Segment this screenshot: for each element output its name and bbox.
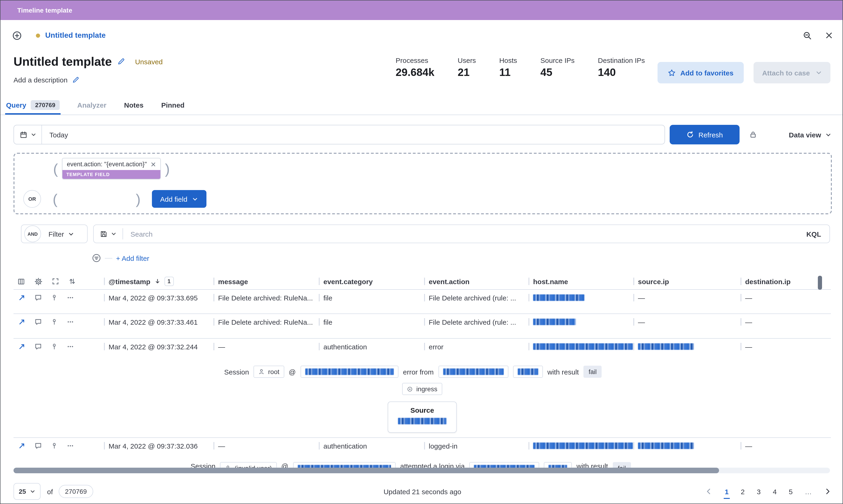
add-to-favorites-button[interactable]: Add to favorites — [657, 62, 744, 84]
page-4[interactable]: 4 — [773, 487, 777, 496]
cell-timestamp[interactable]: Mar 4, 2022 @ 09:37:32.036 — [109, 442, 198, 450]
fullscreen-icon[interactable] — [52, 278, 59, 285]
event-actions-icon[interactable] — [67, 442, 74, 450]
cell-event-category[interactable]: authentication — [323, 442, 367, 450]
add-description-label[interactable]: Add a description — [14, 76, 68, 84]
kpi-value: 29.684k — [396, 66, 434, 79]
saved-query-menu-button[interactable] — [94, 225, 123, 243]
kql-toggle[interactable]: KQL — [806, 230, 829, 238]
cell-timestamp[interactable]: Mar 4, 2022 @ 09:37:33.695 — [109, 294, 198, 302]
close-icon[interactable] — [825, 31, 833, 40]
pin-event-icon[interactable] — [51, 294, 58, 301]
direction-badge[interactable]: ingress — [402, 383, 442, 395]
template-field-pill[interactable]: event.action: "{event.action}" TEMPLATE … — [62, 158, 161, 179]
user-icon — [258, 368, 265, 375]
edit-description-icon[interactable] — [72, 76, 79, 84]
page-size-select[interactable]: 25 — [14, 483, 40, 500]
cell-event-category[interactable]: file — [323, 318, 332, 326]
next-page-icon[interactable] — [824, 488, 831, 495]
add-note-icon[interactable] — [34, 294, 42, 301]
expand-event-icon[interactable] — [18, 318, 25, 326]
date-picker-menu-button[interactable] — [14, 125, 42, 144]
template-field-tag: TEMPLATE FIELD — [63, 170, 160, 179]
cell-message[interactable]: File Delete archived: RuleNa... — [218, 318, 313, 326]
column-header-source-ip[interactable]: source.ip — [633, 277, 740, 286]
pid-badge-redacted[interactable] — [513, 366, 543, 378]
cell-event-action[interactable]: logged-in — [429, 442, 457, 450]
cell-event-action[interactable]: error — [429, 343, 443, 350]
table-header: @timestamp 1 message event.category even… — [14, 276, 831, 290]
user-badge[interactable]: root — [254, 366, 284, 378]
column-header-host-name[interactable]: host.name — [528, 277, 633, 286]
horizontal-scrollbar-thumb[interactable] — [14, 468, 719, 473]
vertical-scrollbar-thumb[interactable] — [818, 276, 822, 290]
refresh-icon — [686, 131, 693, 138]
chevron-down-icon — [815, 69, 822, 76]
source-ip-port-redacted[interactable] — [398, 418, 446, 424]
drag-handle — [633, 278, 634, 285]
inspect-icon[interactable] — [803, 31, 812, 40]
host-badge-redacted[interactable] — [300, 366, 398, 378]
column-header-message[interactable]: message — [213, 277, 319, 286]
add-note-icon[interactable] — [34, 318, 42, 326]
cell-host-name-redacted[interactable] — [533, 319, 576, 325]
cell-event-action[interactable]: File Delete archived (rule: ... — [429, 318, 516, 326]
cell-timestamp[interactable]: Mar 4, 2022 @ 09:37:33.461 — [109, 318, 198, 326]
add-note-icon[interactable] — [34, 442, 42, 450]
user-name: root — [268, 368, 279, 375]
page-5[interactable]: 5 — [789, 487, 793, 496]
cell-host-name-redacted[interactable] — [533, 443, 633, 449]
tab-analyzer[interactable]: Analyzer — [76, 96, 107, 114]
cell-timestamp[interactable]: Mar 4, 2022 @ 09:37:32.244 — [109, 343, 198, 350]
add-note-icon[interactable] — [34, 343, 42, 350]
edit-title-icon[interactable] — [118, 58, 125, 65]
result-badge[interactable]: fail — [583, 366, 602, 378]
drag-handle — [740, 278, 741, 285]
tab-query[interactable]: Query 270769 — [5, 96, 60, 114]
sort-fields-icon[interactable] — [69, 278, 76, 285]
lock-date-range-icon[interactable] — [749, 130, 757, 139]
add-filter-link[interactable]: + Add filter — [116, 254, 150, 262]
cell-event-category[interactable]: file — [323, 294, 332, 302]
tab-pinned[interactable]: Pinned — [160, 96, 186, 114]
column-header-event-action[interactable]: event.action — [424, 277, 528, 286]
page-2[interactable]: 2 — [741, 487, 745, 496]
expand-event-icon[interactable] — [18, 343, 25, 350]
timeline-header: Untitled template Unsaved Add a descript… — [14, 54, 163, 84]
previous-page-icon[interactable] — [705, 488, 713, 495]
new-timeline-icon[interactable] — [12, 31, 22, 40]
add-field-button[interactable]: Add field — [152, 190, 207, 208]
expand-event-icon[interactable] — [18, 294, 25, 301]
cell-message[interactable]: File Delete archived: RuleNa... — [218, 294, 313, 302]
page-1[interactable]: 1 — [725, 487, 729, 496]
column-header-destination-ip[interactable]: destination.ip — [740, 277, 831, 286]
cell-source-ip-redacted[interactable] — [638, 443, 694, 449]
pin-event-icon[interactable] — [51, 443, 58, 450]
attach-to-case-button[interactable]: Attach to case — [754, 62, 830, 84]
remove-field-icon[interactable] — [151, 161, 156, 167]
expand-event-icon[interactable] — [18, 442, 25, 450]
data-view-selector[interactable]: Data view — [789, 131, 831, 139]
event-actions-icon[interactable] — [67, 318, 74, 326]
page-3[interactable]: 3 — [757, 487, 761, 496]
cell-source-ip-redacted[interactable] — [638, 343, 694, 350]
search-input[interactable] — [123, 229, 806, 238]
process-badge-redacted[interactable] — [438, 366, 508, 378]
tab-notes[interactable]: Notes — [123, 96, 144, 114]
columns-icon[interactable] — [17, 277, 25, 286]
cell-event-action[interactable]: File Delete archived (rule: ... — [429, 294, 516, 302]
event-actions-icon[interactable] — [67, 343, 74, 350]
date-range-value[interactable]: Today — [42, 131, 68, 139]
timeline-name-link[interactable]: Untitled template — [45, 31, 106, 40]
cell-host-name-redacted[interactable] — [533, 294, 584, 301]
cell-host-name-redacted[interactable] — [533, 343, 633, 350]
pin-event-icon[interactable] — [51, 343, 58, 350]
column-header-timestamp[interactable]: @timestamp 1 — [104, 277, 213, 286]
gear-icon[interactable] — [34, 277, 42, 286]
cell-event-category[interactable]: authentication — [323, 343, 367, 350]
pin-event-icon[interactable] — [51, 319, 58, 326]
horizontal-scrollbar-track[interactable] — [14, 468, 830, 473]
column-header-event-category[interactable]: event.category — [319, 277, 424, 286]
refresh-button[interactable]: Refresh — [670, 125, 740, 144]
event-actions-icon[interactable] — [67, 294, 74, 301]
